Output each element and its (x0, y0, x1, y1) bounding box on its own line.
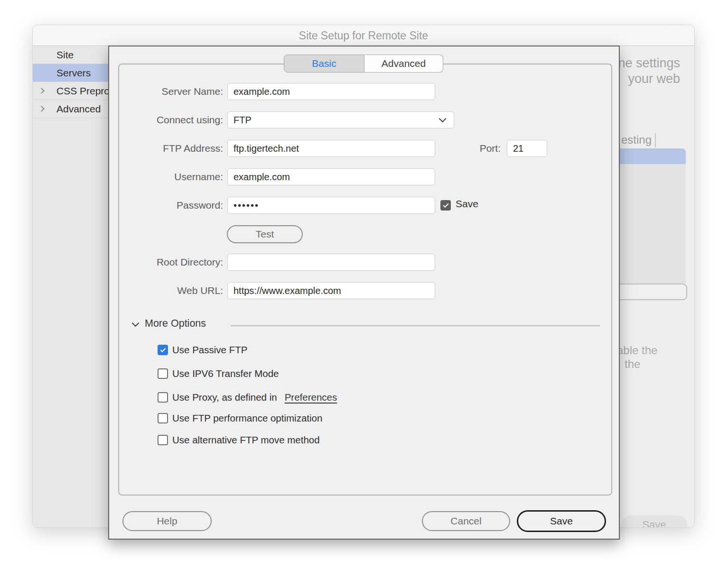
save-password-label: Save (456, 198, 478, 210)
background-heading-fragment: ne settings your web (620, 55, 680, 87)
background-save-button[interactable]: Save (621, 515, 687, 527)
tab-separator (655, 133, 656, 147)
option-label: Use alternative FTP move method (172, 434, 320, 446)
connect-using-label: Connect using: (109, 111, 223, 128)
server-name-field[interactable] (227, 83, 435, 100)
server-list-selected-row[interactable] (620, 148, 686, 164)
option-label: Use Passive FTP (172, 344, 247, 356)
ftp-address-label: FTP Address: (109, 140, 223, 157)
root-directory-field[interactable] (227, 254, 435, 271)
alternative-ftp-move-checkbox[interactable] (158, 435, 168, 445)
server-list-toolbar (620, 284, 687, 300)
chevron-down-icon (439, 115, 447, 123)
chevron-right-icon[interactable] (38, 106, 45, 112)
help-button[interactable]: Help (122, 511, 212, 531)
preferences-link[interactable]: Preferences (285, 392, 337, 403)
sidebar-item-servers[interactable]: Servers (33, 64, 108, 82)
option-label: Use IPV6 Transfer Mode (172, 368, 279, 379)
port-label: Port: (441, 140, 501, 157)
username-field[interactable] (227, 168, 435, 185)
tab-basic[interactable]: Basic (284, 55, 364, 73)
sidebar-item-label: Advanced (56, 100, 101, 118)
save-password-checkbox[interactable] (440, 200, 451, 211)
window-title: Site Setup for Remote Site (33, 25, 694, 46)
more-options-heading[interactable]: More Options (145, 318, 206, 330)
root-directory-label: Root Directory: (109, 254, 223, 271)
checkmark-icon (160, 347, 166, 352)
sidebar-item-label: Servers (56, 64, 91, 82)
server-list-body[interactable] (620, 164, 686, 284)
option-label: Use FTP performance optimization (172, 413, 322, 424)
background-note-fragment: able the the (620, 343, 657, 371)
passive-ftp-checkbox[interactable] (158, 345, 168, 355)
proxy-checkbox[interactable] (158, 392, 168, 403)
server-settings-dialog: Basic Advanced Server Name: Connect usin… (108, 46, 620, 540)
cancel-button[interactable]: Cancel (422, 511, 510, 531)
connect-using-select[interactable]: FTP (227, 111, 454, 128)
option-label: Use Proxy, as defined inPreferences (172, 392, 337, 403)
password-label: Password: (109, 197, 223, 214)
checkmark-icon (443, 202, 448, 208)
server-name-label: Server Name: (109, 83, 223, 100)
username-label: Username: (109, 168, 223, 185)
sidebar-item-advanced[interactable]: Advanced (33, 100, 108, 118)
web-url-field[interactable] (227, 282, 435, 299)
chevron-right-icon[interactable] (38, 88, 45, 94)
screen: Site Setup for Remote Site Site Servers … (0, 0, 728, 569)
more-options-divider (231, 325, 600, 326)
sidebar-item-site[interactable]: Site (33, 46, 108, 64)
more-options-collapse-chevron[interactable] (133, 321, 138, 326)
test-button[interactable]: Test (227, 225, 303, 243)
tab-advanced[interactable]: Advanced (364, 55, 443, 73)
sidebar-item-css-preprocessors[interactable]: CSS Prepro (33, 82, 108, 100)
background-panel: ne settings your web esting able the the… (620, 46, 694, 527)
sidebar: Site Servers CSS Prepro Advanced (33, 46, 108, 527)
ipv6-checkbox[interactable] (158, 368, 168, 379)
port-field[interactable] (507, 140, 547, 157)
password-field[interactable] (227, 197, 435, 214)
ftp-address-field[interactable] (227, 140, 435, 157)
save-button[interactable]: Save (517, 510, 606, 532)
background-tab-fragment[interactable]: esting (621, 133, 652, 147)
connect-using-value: FTP (233, 115, 252, 125)
window-titlebar[interactable]: Site Setup for Remote Site (33, 25, 694, 46)
sidebar-item-label: CSS Prepro (56, 82, 108, 100)
web-url-label: Web URL: (109, 282, 223, 299)
ftp-performance-checkbox[interactable] (158, 413, 168, 423)
sidebar-item-label: Site (56, 46, 74, 64)
